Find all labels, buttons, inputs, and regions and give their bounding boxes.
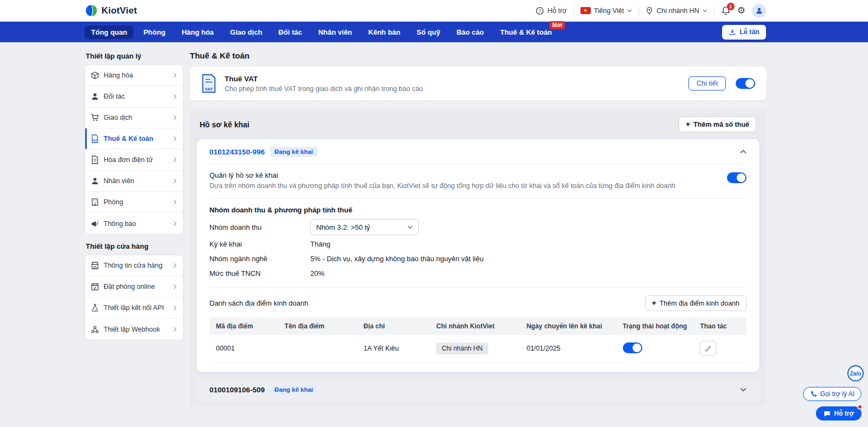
sidebar-item-label: Thông tin cửa hàng (104, 262, 162, 269)
add-location-button[interactable]: Thêm địa điểm kinh doanh (645, 295, 747, 311)
revenue-group-select[interactable]: Nhóm 3.2: >50 tỷ (310, 219, 419, 235)
divider (573, 6, 574, 16)
settings-sidebar: Thiết lập quản lý Hàng hóa Đối tác Giao … (85, 48, 183, 407)
nav-tab-nhan-vien[interactable]: Nhân viên (312, 25, 359, 39)
sidebar-group-store: Thông tin cửa hàng Đặt phòng online Thiế… (85, 255, 183, 340)
user-avatar[interactable] (752, 4, 766, 18)
nav-tab-thue-ke-toan[interactable]: Thuế & Kế toán Mới (494, 25, 558, 39)
sidebar-item-hoa-don-dien-tu[interactable]: Hóa đơn điện tử (85, 150, 183, 171)
language-selector[interactable]: Tiếng Việt (580, 7, 633, 15)
invoice-icon (91, 156, 99, 164)
location-active-toggle[interactable] (623, 342, 642, 353)
sidebar-item-label: Đối tác (104, 93, 125, 100)
plus-icon (652, 299, 656, 307)
reception-button[interactable]: Lễ tân (722, 25, 766, 40)
chevron-up-icon[interactable] (740, 150, 746, 154)
kiotviet-logo[interactable]: KiotViet (85, 4, 137, 17)
sidebar-item-nhan-vien[interactable]: Nhân viên (85, 171, 183, 192)
sidebar-item-thong-bao[interactable]: Thông báo (85, 213, 183, 234)
field-value: 20% (310, 269, 324, 277)
sidebar-item-label: Đặt phòng online (104, 283, 155, 290)
chevron-down-icon[interactable] (740, 387, 746, 392)
edit-location-button[interactable] (700, 341, 716, 356)
sidebar-item-hang-hoa[interactable]: Hàng hóa (85, 65, 183, 86)
sidebar-item-thue-ke-toan[interactable]: VAT Thuế & Kế toán (85, 128, 183, 150)
chevron-right-icon (173, 157, 177, 163)
tax-code-link[interactable]: 0101243150-996 (209, 148, 265, 156)
sidebar-item-thong-tin-cua-hang[interactable]: Thông tin cửa hàng (85, 255, 183, 276)
chevron-right-icon (173, 327, 177, 332)
sidebar-item-label: Thiết lập Webhook (104, 326, 160, 333)
chevron-right-icon (173, 178, 177, 184)
sidebar-item-label: Giao dịch (104, 114, 132, 121)
sidebar-item-phong[interactable]: Phòng (85, 192, 183, 213)
declaration-section: Hồ sơ kê khai Thêm mã số thuế 0101243150… (190, 109, 766, 407)
svg-text:VAT: VAT (93, 139, 98, 142)
vat-card-description: Cho phép tính thuế VAT trong giao dịch v… (225, 85, 423, 93)
new-badge: Mới (550, 21, 565, 29)
field-label: Nhóm ngành nghề (209, 255, 310, 263)
top-header: KiotViet ? Hỗ trợ Tiếng Việt (0, 0, 868, 22)
chevron-right-icon (173, 305, 177, 310)
nav-tab-giao-dich[interactable]: Giao dịch (224, 25, 269, 39)
branch-selector[interactable]: Chi nhánh HN (646, 7, 707, 15)
tax-profile-collapsed[interactable]: 0100109106-509 Đang kê khai (196, 379, 760, 400)
chevron-right-icon (173, 199, 177, 205)
sidebar-section-title: Thiết lập quản lý (86, 52, 183, 60)
locations-title: Danh sách địa điểm kinh doanh (209, 299, 308, 307)
svg-text:?: ? (539, 8, 541, 14)
sidebar-item-giao-dich[interactable]: Giao dịch (85, 107, 183, 128)
sidebar-item-ket-noi-api[interactable]: Thiết lập kết nối API (85, 297, 183, 319)
field-value: Tháng (310, 240, 330, 248)
store-icon (91, 261, 99, 270)
svg-text:VAT: VAT (205, 87, 213, 92)
kiotviet-logo-icon (85, 4, 98, 17)
nav-tab-so-quy[interactable]: Sổ quỹ (410, 25, 446, 39)
cart-icon (91, 113, 99, 122)
cell-name (278, 335, 358, 363)
sidebar-item-doi-tac[interactable]: Đối tác (85, 86, 183, 107)
sidebar-item-label: Phòng (104, 198, 123, 206)
vat-toggle[interactable] (736, 78, 755, 89)
manage-profile-toggle[interactable] (727, 172, 746, 183)
chat-icon (824, 410, 831, 417)
vat-detail-button[interactable]: Chi tiết (688, 76, 726, 90)
ai-assistant-button[interactable]: Gọi trợ lý AI (803, 387, 861, 401)
notifications-button[interactable]: 1 (721, 6, 731, 16)
nav-tab-bao-cao[interactable]: Báo cáo (450, 25, 490, 39)
nav-tab-phong[interactable]: Phòng (137, 25, 171, 39)
field-row-industry-group: Nhóm ngành nghề 5% - Dịch vụ, xây dựng k… (209, 251, 746, 266)
nav-tab-label: Thuế & Kế toán (500, 28, 552, 36)
nav-tab-kenh-ban[interactable]: Kênh bán (362, 25, 407, 39)
sidebar-item-webhook[interactable]: Thiết lập Webhook (85, 319, 183, 340)
sidebar-item-dat-phong-online[interactable]: Đặt phòng online (85, 276, 183, 297)
vat-file-icon: VAT (91, 134, 99, 143)
person-icon (91, 177, 99, 185)
table-row: 00001 1A Yết Kiêu Chi nhánh HN 01/01/202… (209, 335, 746, 363)
add-tax-code-button[interactable]: Thêm mã số thuế (679, 117, 756, 132)
field-row-period: Kỳ kê khai Tháng (209, 237, 746, 251)
field-value: 5% - Dịch vụ, xây dựng không bao thầu ng… (310, 255, 483, 263)
webhook-icon (91, 325, 99, 334)
nav-tab-doi-tac[interactable]: Đối tác (272, 25, 308, 39)
phone-icon (810, 391, 817, 398)
help-menu[interactable]: ? Hỗ trợ (535, 7, 566, 15)
nav-tab-tong-quan[interactable]: Tổng quan (85, 25, 133, 39)
support-button[interactable]: Hỗ trợ (816, 406, 861, 420)
gear-icon[interactable] (737, 6, 745, 15)
flask-icon (91, 303, 99, 312)
chevron-down-icon (703, 9, 707, 12)
main-navigation: Tổng quan Phòng Hàng hóa Giao dịch Đối t… (0, 22, 868, 42)
tax-code-label: 0100109106-509 (209, 386, 265, 394)
sidebar-group-management: Hàng hóa Đối tác Giao dịch VAT Thuế & Kế… (85, 64, 183, 235)
nav-tab-hang-hoa[interactable]: Hàng hóa (175, 25, 220, 39)
sidebar-item-label: Thuế & Kế toán (104, 135, 154, 143)
chevron-right-icon (173, 115, 177, 120)
zalo-button[interactable]: Zalo (847, 365, 864, 381)
sidebar-item-label: Nhân viên (104, 177, 134, 185)
reception-label: Lễ tân (739, 28, 760, 36)
notification-count-badge: 1 (727, 3, 735, 10)
chevron-right-icon (173, 221, 177, 227)
megaphone-icon (91, 219, 99, 228)
sidebar-item-label: Hàng hóa (104, 72, 133, 79)
